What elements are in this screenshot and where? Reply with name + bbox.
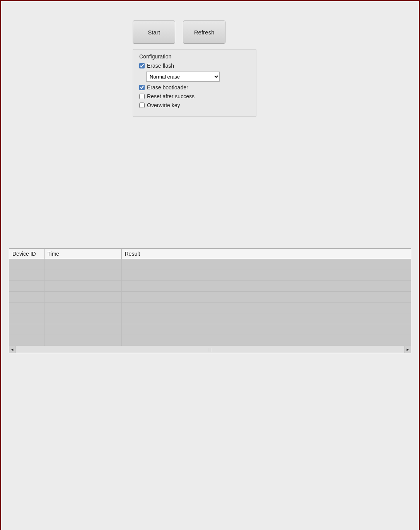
results-table: Device ID Time Result: [9, 249, 411, 346]
table-row: [9, 292, 411, 303]
table-header-row: Device ID Time Result: [9, 249, 411, 259]
cell-time-7: [44, 335, 121, 346]
scroll-track[interactable]: |||: [15, 346, 405, 353]
reset-after-success-label[interactable]: Reset after success: [147, 93, 195, 99]
cell-result-1: [121, 270, 411, 281]
start-button[interactable]: Start: [133, 21, 175, 44]
erase-bootloader-row: Erase bootloader: [139, 84, 250, 91]
cell-result-5: [121, 313, 411, 324]
config-box: Configuration Erase flash Normal erase F…: [133, 49, 256, 117]
cell-time-1: [44, 270, 121, 281]
col-header-result: Result: [121, 249, 411, 259]
cell-device_id-2: [9, 281, 44, 292]
cell-result-3: [121, 292, 411, 303]
refresh-button[interactable]: Refresh: [183, 21, 225, 44]
cell-time-3: [44, 292, 121, 303]
cell-device_id-0: [9, 259, 44, 270]
cell-time-2: [44, 281, 121, 292]
cell-result-0: [121, 259, 411, 270]
erase-flash-checkbox[interactable]: [139, 63, 145, 68]
reset-after-success-checkbox[interactable]: [139, 94, 145, 99]
cell-device_id-1: [9, 270, 44, 281]
cell-device_id-4: [9, 303, 44, 313]
cell-time-6: [44, 324, 121, 335]
col-header-time: Time: [44, 249, 121, 259]
scroll-left-button[interactable]: ◄: [9, 346, 15, 353]
overwrite-key-checkbox[interactable]: [139, 103, 145, 108]
erase-bootloader-label[interactable]: Erase bootloader: [147, 84, 188, 91]
horizontal-scrollbar[interactable]: ◄ ||| ►: [9, 346, 411, 353]
cell-time-5: [44, 313, 121, 324]
table-row: [9, 270, 411, 281]
erase-dropdown-row: Normal erase Full erase Chip erase: [146, 72, 250, 82]
cell-device_id-5: [9, 313, 44, 324]
scroll-right-button[interactable]: ►: [405, 346, 411, 353]
table-row: [9, 313, 411, 324]
cell-device_id-7: [9, 335, 44, 346]
top-panel: Start Refresh Configuration Erase flash …: [133, 21, 260, 117]
table-row: [9, 259, 411, 270]
table-row: [9, 303, 411, 313]
config-title: Configuration: [139, 53, 250, 60]
cell-device_id-3: [9, 292, 44, 303]
overwrite-key-label[interactable]: Overwirte key: [147, 102, 180, 108]
buttons-row: Start Refresh: [133, 21, 225, 44]
erase-bootloader-checkbox[interactable]: [139, 85, 145, 90]
cell-device_id-6: [9, 324, 44, 335]
results-table-area: Device ID Time Result ◄ ||| ►: [9, 248, 411, 353]
col-header-device-id: Device ID: [9, 249, 44, 259]
erase-type-select[interactable]: Normal erase Full erase Chip erase: [146, 72, 220, 82]
table-row: [9, 324, 411, 335]
erase-flash-row: Erase flash: [139, 63, 250, 69]
cell-result-7: [121, 335, 411, 346]
cell-result-4: [121, 303, 411, 313]
cell-result-2: [121, 281, 411, 292]
reset-after-success-row: Reset after success: [139, 93, 250, 99]
table-row: [9, 281, 411, 292]
cell-result-6: [121, 324, 411, 335]
cell-time-4: [44, 303, 121, 313]
overwrite-key-row: Overwirte key: [139, 102, 250, 108]
scroll-indicator: |||: [208, 347, 212, 352]
cell-time-0: [44, 259, 121, 270]
table-row: [9, 335, 411, 346]
erase-flash-label[interactable]: Erase flash: [147, 63, 174, 69]
